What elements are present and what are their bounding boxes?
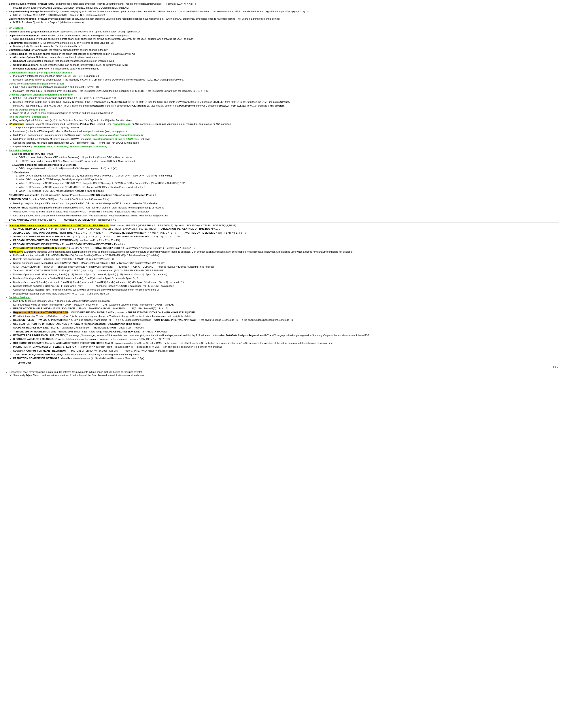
seasonality-sub: Seasonally Adjust Trend: can forecast fo… [13, 374, 559, 377]
derive-constraint-label: Derive constraint equations given line o… [9, 82, 64, 85]
num-losses: Number of losses from last x trials =COU… [13, 284, 559, 288]
probability: Probability for mean net profit to be mo… [13, 292, 559, 295]
esf-label: Exponential Smoothing Forecast: [9, 17, 47, 20]
discrete: Discrete distribution value (Probability… [13, 257, 559, 261]
feasible-item: Feasible Region: the common shared regio… [9, 52, 559, 71]
draw-constraint-label: Draw constraint lines of given equations… [9, 71, 72, 74]
num-shortages: Number of shortages =Demand – Sold =MAX(… [13, 277, 559, 280]
scheduling: Scheduling (probably MINimize cost): Req… [13, 141, 559, 144]
uniform: Uniform distribution value (UL & LL)=NOR… [13, 254, 559, 257]
infeasible: Infeasible Solutions: occur when it is i… [13, 67, 559, 70]
shadow-validity: Validity: when RHSV is inside range, Sha… [13, 210, 559, 213]
total-sse-label: TOTAL SUM OF SQUARED ERRORS (TSS): [13, 353, 63, 356]
nonbinding: NONBINDING constraint □ Slack/Surplus #0… [9, 193, 559, 197]
avg-wait: AVERAGE WAIT TIME (AVG CUSTOMER WAIT TIM… [13, 231, 559, 235]
regression-note: Regression: IF ALPHA IS NOT GIVEN, USE 0… [13, 311, 559, 314]
basic-variable: BASIC VARIABLE when Reduced Cost = 0——— … [9, 218, 559, 222]
draw-objf-label: Draw the Objective Function and determin… [9, 93, 73, 96]
conc-c: When RHSR change is INSIDE range and BIN… [19, 182, 559, 185]
y-intercept: Y INTERCEPT OF REGRESSION LINE =INTERCEP… [13, 330, 559, 333]
sma-item: Simple Moving Average Forecast (SMA): as… [9, 2, 559, 9]
if-the-text: If the [13, 365, 559, 369]
draw-constraint-sub2: Direction Test: Plug in (0,0) to given e… [13, 78, 559, 81]
slope-reg: SLOPE OF REGRESSION LINE =SLOPE( Ydata r… [13, 326, 559, 329]
estimate-reg-label: ESTIMATE FOR REGRESSION LINE [13, 334, 54, 337]
transportation: Transportation (probably MINimize costs)… [13, 126, 559, 129]
reduced-cost: REDUCED COST formula = OFC – SUM(each Co… [9, 197, 559, 201]
prob-exact-label: PROBABILITY OF EXACT NUMBER IN QUEUE [13, 247, 66, 249]
coeff-item: Coefficients (OBJF or Constraint): the m… [9, 48, 559, 52]
redundant: Redundant Constraints: a constraint that… [13, 59, 559, 63]
prob-nothing-label: PROBABILITY OF NOTHING IN SYSTEM [13, 243, 59, 246]
avg-wait-label: AVERAGE WAIT TIME (AVG CUSTOMER WAIT TIM… [13, 231, 73, 234]
non-neg-constraint: Non-Negativity Constraints: states the D… [13, 45, 559, 48]
unbounded: Unbounded Solutions: occurs when the OBJ… [13, 63, 559, 67]
if-the-section: If the [13, 365, 559, 369]
derive-sub1: Find X and Y intercepts on graph and obt… [13, 85, 559, 89]
conc-a: When OFC change is INSIDE range; NO chan… [19, 174, 559, 177]
total-cost: Total cost = FIXED COST + SHORTAGE COST … [13, 269, 559, 272]
scatter-plot-label: USE SCATTER PLOT TO DIFFERENTIATE NON ST… [13, 323, 141, 325]
dv-label: Decision Variables (DV): [9, 30, 37, 33]
decision-analysis-label: Decision Analysis: [9, 296, 30, 299]
lp-modeling: LP Modeling: Problem Types WITH Recommen… [9, 122, 559, 148]
max-emv: MAX EMV (Expected Monetary Value) = High… [13, 299, 559, 303]
pred-confidence-label: PREDICTION CONFIDENCE INTERVALS: [13, 357, 60, 360]
find-ofv-label: Find the Objective Function Value [9, 115, 48, 118]
shadow-ofv: OFV change due to RHS change: MAX-Increa… [13, 214, 559, 217]
pred-confidence: PREDICTION CONFIDENCE INTERVALS: Mean Re… [13, 357, 559, 360]
decision-rules: DECISION RULES — PVALUE APPROACH: If p >… [13, 318, 559, 322]
prob-more3-label: PROBABILITY OF MORE THAN 3 PEOPLE WAITIN… [13, 239, 73, 242]
estimate-reg: ESTIMATE FOR REGRESSION LINE =TREND( Yda… [13, 334, 559, 337]
decide-range-label: Decide Range for OFC and RHSR [14, 152, 53, 155]
decision-rules-label: DECISION RULES — PVALUE APPROACH: [13, 319, 63, 321]
conc-e: When RHSR change is OUTSIDE range; Sensi… [19, 189, 559, 193]
find-optimal-sub: Move the OBJF line to its most extreme p… [13, 111, 559, 115]
scatter-plot: USE SCATTER PLOT TO DIFFERENTIATE NON ST… [13, 322, 559, 326]
decide-range: Decide Range for OFC and RHSR OFCR □ Low… [14, 152, 559, 163]
derive-sub2: Inequality Test: Plug in (0,0) to equati… [13, 89, 559, 93]
find-optimal: Find the Optimal Solution point Move the… [9, 108, 559, 115]
draw-objf: Draw the Objective Function and determin… [9, 93, 559, 108]
alt-opt-label: Alternative Optimal Solutions: [13, 56, 48, 58]
b0-item: B0 is the intercept or Y value as X=0 (f… [13, 315, 559, 318]
esf-excel: MSE in Excel (wk 5): =wk4expo + $alpha *… [13, 21, 559, 24]
eval-marginal: Evaluate a Marginal Increase/Decrease in… [14, 163, 559, 170]
draw-objf-sub2: Direction Test: Plug in (0,0) and (0,1) … [13, 100, 559, 104]
service-item: SERVICE (BETWEEN 3 AND 6) = e^[-15 * (3/… [13, 227, 559, 231]
shadow-price: SHADOW PRICE meaning: marginal contribut… [9, 206, 559, 210]
wma-excel: MSE in Excel (wk 4): =SUMPRODUCT($weight… [13, 13, 559, 17]
summary-output: SUMMARY OUTPUT FOR MEAN PREDICTION—— MAR… [13, 349, 559, 353]
regression-note-label: Regression: IF ALPHA IS NOT GIVEN, USE 0… [13, 311, 68, 314]
find-ofv-sub: Plug in the Optimal Solution point (X,Y)… [13, 119, 559, 122]
alt-opt: Alternative Optimal Solutions: occurs wh… [13, 56, 559, 59]
sma-excel: MSE for SMA in Excel: =SUMXMY2(CarsBEG:C… [13, 6, 559, 9]
total-sse: TOTAL SUM OF SQUARED ERRORS (TSS): =ESS … [13, 353, 559, 356]
r-square: R SQUARE VALUE OF X MEANING: X% of the t… [13, 338, 559, 341]
find-ofv: Find the Objective Function Value Plug i… [9, 115, 559, 122]
objf-label: Objective Function (OBJF): [9, 34, 40, 37]
capital-budgeting: Capital Budgeting: Total Req Labor, $Cap… [13, 145, 559, 148]
efficiency: EFFICIENCY OF SAMPLE INFORMATION =EVSI /… [13, 307, 559, 310]
objf-item: Objective Function (OBJF): some function… [9, 34, 559, 41]
ofcr: OFCR □ Lower Limit = (Current OFC – Allo… [19, 156, 559, 159]
simulation-label: *Simulation: [9, 250, 23, 253]
conclusions-label: Conclusions [14, 171, 29, 173]
prob-exact: PROBABILITY OF EXACT NUMBER IN QUEUE = (… [13, 246, 559, 250]
ofc-changes: OFC changes between LL (-1) or UL (+1)——… [19, 167, 559, 170]
num-products: Number of products sold =MIN( demand , $… [13, 273, 559, 276]
service-label: SERVICE (BETWEEN 3 AND 6) [13, 227, 48, 230]
prob-nothing: PROBABILITY OF NOTHING IN SYSTEM = Po —–… [13, 243, 559, 246]
rhsr: RHSR □ Lower Limit = (Current RHSV – All… [19, 159, 559, 163]
prediction-interval: PREDICTION INTERVAL (95%) OF Y WHEN SPEC… [13, 345, 559, 349]
constraints-item: Constraints: some function (LHS) of the … [9, 41, 559, 48]
feasible-label: Feasible Region: [9, 53, 28, 55]
coeff-label: Coefficients (OBJF or Constraint): [9, 49, 48, 51]
conc-b: When OFC change is OUTSIDE range; Sensit… [19, 178, 559, 181]
evpi: EVPI (Expected Value of Perfect Informat… [13, 303, 559, 306]
r-square-label: R SQUARE VALUE OF X MEANING: [13, 338, 54, 340]
draw-objf-sub3: MIN/MAX Test: Plug in (0,0) and (0,1) to… [13, 104, 559, 107]
shortage: SHORTAGE = DEMAND – PROD. Q —– shortage … [13, 265, 559, 268]
prob-more3: PROBABILITY OF MORE THAN 3 PEOPLE WAITIN… [13, 239, 559, 242]
avg-people: AVERAGE NUMBER OF PEOPLE IN THE SYSTEM =… [13, 235, 559, 238]
